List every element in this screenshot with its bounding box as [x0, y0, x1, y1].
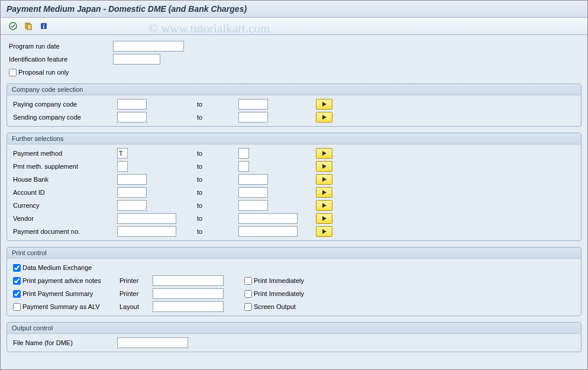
identification-feature-label: Identification feature	[7, 56, 113, 63]
multiple-selection-button[interactable]	[316, 99, 332, 110]
further-selections-header: Further selections	[7, 133, 581, 144]
proposal-run-only-label: Proposal run only	[18, 69, 69, 76]
company-code-group: Company code selection Paying company co…	[7, 83, 581, 127]
arrow-right-icon	[322, 229, 327, 234]
to-label: to	[191, 114, 238, 121]
further-label: Account ID	[11, 189, 117, 196]
toolbar: i	[1, 18, 587, 35]
print-control-header: Print control	[7, 247, 581, 259]
top-fields: Program run date Identification feature …	[7, 40, 581, 79]
svg-text:i: i	[43, 23, 45, 30]
further-row: Pmt meth. supplement to	[11, 160, 577, 173]
info-icon[interactable]: i	[37, 20, 50, 32]
further-to-input[interactable]	[238, 213, 298, 224]
further-row: Vendor to	[11, 212, 577, 225]
svg-rect-2	[27, 24, 31, 30]
to-label: to	[191, 189, 238, 196]
page-title: Payment Medium Japan - Domestic DME (and…	[1, 1, 587, 18]
company-row: Paying company code to	[11, 98, 577, 111]
arrow-right-icon	[322, 203, 327, 208]
further-from-input[interactable]	[117, 187, 147, 198]
further-label: Payment method	[11, 150, 117, 157]
further-row: House Bank to	[11, 173, 577, 186]
arrow-right-icon	[322, 164, 327, 169]
further-to-input[interactable]	[238, 174, 268, 185]
print-row: Print Payment Summary Printer Print Imme…	[11, 287, 577, 300]
to-label: to	[191, 163, 238, 170]
output-control-group: Output control File Name (for DME)	[7, 322, 581, 352]
company-to-input[interactable]	[238, 99, 268, 110]
company-from-input[interactable]	[117, 112, 147, 123]
further-label: Vendor	[11, 215, 117, 222]
arrow-right-icon	[322, 151, 327, 156]
arrow-right-icon	[322, 216, 327, 221]
print-row-checkbox[interactable]	[13, 303, 21, 311]
print-extra-label: Screen Output	[254, 303, 296, 310]
variant-icon[interactable]	[22, 20, 35, 32]
multiple-selection-button[interactable]	[316, 148, 332, 159]
company-code-header: Company code selection	[7, 84, 581, 95]
multiple-selection-button[interactable]	[316, 187, 332, 198]
multiple-selection-button[interactable]	[316, 161, 332, 172]
dme-checkbox[interactable]	[13, 264, 21, 272]
further-to-input[interactable]	[238, 200, 268, 211]
further-label: Payment document no.	[11, 228, 117, 235]
further-from-input[interactable]	[117, 148, 128, 159]
further-to-input[interactable]	[238, 148, 249, 159]
proposal-run-only-checkbox[interactable]	[9, 69, 17, 76]
multiple-selection-button[interactable]	[316, 213, 332, 224]
content-area: Program run date Identification feature …	[1, 35, 587, 370]
multiple-selection-button[interactable]	[316, 112, 332, 123]
arrow-right-icon	[322, 177, 327, 182]
arrow-right-icon	[322, 115, 327, 120]
print-extra-label: Print Immediately	[254, 290, 304, 297]
further-selections-group: Further selections Payment method to Pmt…	[7, 133, 581, 241]
execute-icon[interactable]	[7, 20, 20, 32]
company-to-input[interactable]	[238, 112, 268, 123]
company-row: Sending company code to	[11, 111, 577, 124]
further-to-input[interactable]	[238, 187, 268, 198]
print-mid-input[interactable]	[153, 301, 224, 312]
print-row-label: Payment Summary as ALV	[22, 303, 100, 310]
company-label: Sending company code	[11, 114, 117, 121]
print-extra-label: Print Immediately	[254, 277, 304, 284]
further-label: House Bank	[11, 176, 117, 183]
print-control-group: Print control Data Medium Exchange Print…	[7, 247, 581, 316]
to-label: to	[191, 176, 238, 183]
print-extra-checkbox[interactable]	[244, 277, 252, 285]
print-row-label: Print payment advice notes	[22, 277, 101, 284]
to-label: to	[191, 150, 238, 157]
dme-label: Data Medium Exchange	[22, 264, 92, 271]
file-name-input[interactable]	[117, 337, 188, 348]
company-label: Paying company code	[11, 101, 117, 108]
further-row: Payment document no. to	[11, 225, 577, 238]
print-row-checkbox[interactable]	[13, 290, 21, 298]
further-to-input[interactable]	[238, 161, 249, 172]
print-mid-label: Layout	[117, 303, 153, 310]
further-to-input[interactable]	[238, 226, 298, 237]
arrow-right-icon	[322, 190, 327, 195]
further-row: Payment method to	[11, 147, 577, 160]
print-row-label: Print Payment Summary	[22, 290, 93, 297]
print-row-checkbox[interactable]	[13, 277, 21, 285]
further-label: Currency	[11, 202, 117, 209]
program-run-date-input[interactable]	[113, 41, 184, 52]
multiple-selection-button[interactable]	[316, 226, 332, 237]
company-from-input[interactable]	[117, 99, 147, 110]
multiple-selection-button[interactable]	[316, 200, 332, 211]
print-mid-input[interactable]	[153, 275, 224, 286]
identification-feature-input[interactable]	[113, 54, 160, 65]
further-from-input[interactable]	[117, 174, 147, 185]
further-from-input[interactable]	[117, 200, 147, 211]
to-label: to	[191, 202, 238, 209]
print-mid-label: Printer	[117, 277, 153, 284]
multiple-selection-button[interactable]	[316, 174, 332, 185]
print-extra-checkbox[interactable]	[244, 290, 252, 298]
print-mid-input[interactable]	[153, 288, 224, 299]
to-label: to	[191, 215, 238, 222]
further-from-input[interactable]	[117, 213, 176, 224]
further-from-input[interactable]	[117, 161, 128, 172]
further-from-input[interactable]	[117, 226, 176, 237]
file-name-label: File Name (for DME)	[11, 339, 117, 346]
print-extra-checkbox[interactable]	[244, 303, 252, 311]
